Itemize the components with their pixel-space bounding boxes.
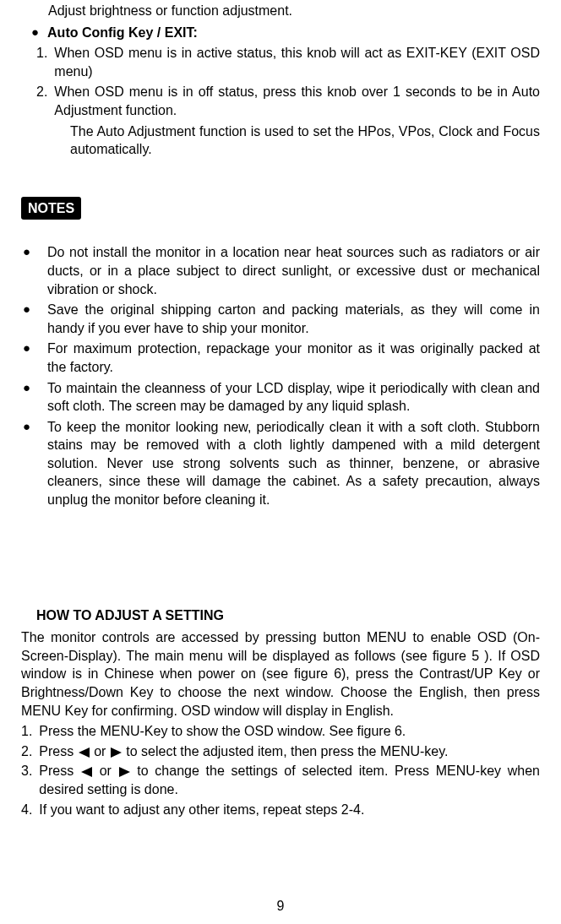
auto-item-2-text1: When OSD menu is in off status, press th… [54, 83, 540, 119]
bullet-icon: ● [23, 243, 30, 298]
step-num: 1. [21, 722, 32, 741]
step-text: Press the MENU-Key to show the OSD windo… [39, 722, 540, 741]
note-item: ● Do not install the monitor in a locati… [21, 243, 540, 298]
note-item: ● Save the original shipping carton and … [21, 301, 540, 337]
auto-item-2-text2: The Auto Adjustment function is used to … [70, 122, 540, 159]
note-item: ● To maintain the cleanness of your LCD … [21, 379, 540, 416]
step-text: Press or to select the adjusted item, th… [39, 742, 540, 761]
brightness-line: Adjust brightness or function adjustment… [48, 2, 540, 20]
arrow-left-icon [79, 747, 90, 758]
notes-badge: NOTES [21, 197, 81, 220]
note-text: Do not install the monitor in a location… [47, 243, 540, 298]
step-post: to select the adjusted item, then press … [123, 744, 449, 758]
bullet-icon: ● [23, 301, 30, 337]
step-2: 2. Press or to select the adjusted item,… [21, 742, 540, 761]
auto-item-2: 2. When OSD menu is in off status, press… [36, 83, 540, 119]
note-text: To maintain the cleanness of your LCD di… [47, 379, 540, 416]
step-1: 1. Press the MENU-Key to show the OSD wi… [21, 722, 540, 741]
step-num: 3. [21, 762, 32, 798]
page-number: 9 [0, 897, 561, 916]
note-text: For maximum protection, repackage your m… [47, 340, 540, 376]
bullet-icon: ● [31, 24, 39, 42]
arrow-right-icon [119, 767, 130, 777]
auto-config-heading: Auto Config Key / EXIT: [47, 24, 540, 42]
howto-heading: HOW TO ADJUST A SETTING [36, 606, 540, 625]
step-pre: Press [39, 744, 77, 758]
step-mid: or [90, 744, 110, 758]
num-1: 1. [36, 44, 47, 80]
step-num: 2. [21, 742, 32, 761]
bullet-icon: ● [23, 340, 30, 376]
step-text: Press or to change the settings of selec… [39, 762, 540, 798]
bullet-icon: ● [23, 379, 30, 416]
step-4: 4. If you want to adjust any other items… [21, 801, 540, 819]
note-text: To keep the monitor looking new, periodi… [47, 418, 540, 509]
auto-item-1-text: When OSD menu is in active status, this … [54, 44, 540, 80]
step-num: 4. [21, 801, 32, 819]
note-item: ● For maximum protection, repackage your… [21, 340, 540, 376]
step-mid: or [93, 764, 118, 778]
auto-config-heading-row: ● Auto Config Key / EXIT: [31, 24, 540, 42]
num-2: 2. [36, 83, 47, 119]
step-3: 3. Press or to change the settings of se… [21, 762, 540, 798]
arrow-left-icon [81, 767, 92, 777]
arrow-right-icon [111, 747, 122, 758]
note-item: ● To keep the monitor looking new, perio… [21, 418, 540, 509]
step-pre: Press [39, 764, 80, 778]
step-text: If you want to adjust any other items, r… [39, 801, 540, 819]
auto-item-1: 1. When OSD menu is in active status, th… [36, 44, 540, 80]
bullet-icon: ● [23, 418, 30, 509]
howto-intro: The monitor controls are accessed by pre… [21, 628, 540, 720]
note-text: Save the original shipping carton and pa… [47, 301, 540, 337]
